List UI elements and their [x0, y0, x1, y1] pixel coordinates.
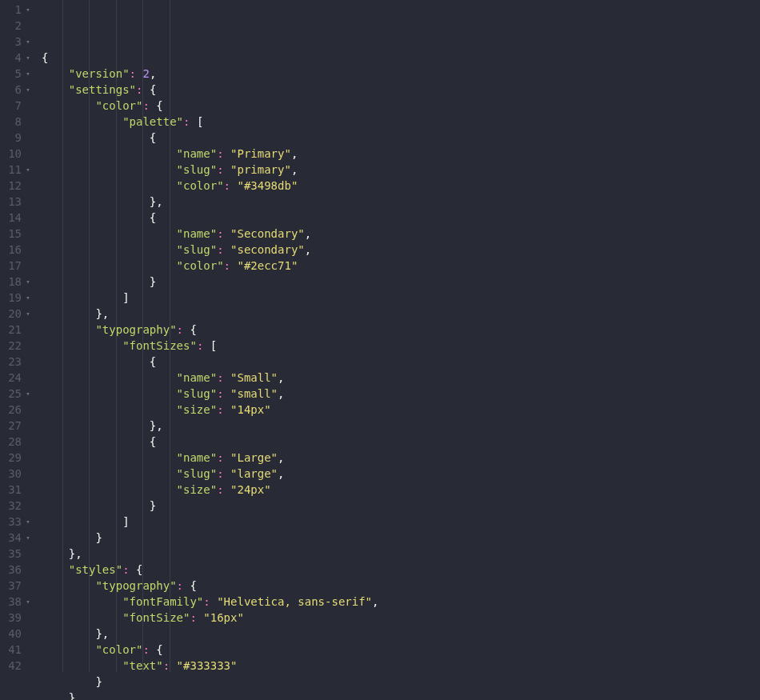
code-line[interactable]: }: [42, 690, 760, 700]
code-line[interactable]: "color": "#3498db": [42, 178, 760, 194]
fold-toggle-icon[interactable]: ▾: [24, 66, 32, 82]
code-line[interactable]: }: [42, 674, 760, 690]
fold-toggle-icon[interactable]: ▾: [24, 306, 32, 322]
gutter-line[interactable]: 36: [0, 562, 35, 578]
code-line[interactable]: ]: [42, 514, 760, 530]
code-line[interactable]: "name": "Secondary",: [42, 226, 760, 242]
gutter-line[interactable]: 10: [0, 146, 35, 162]
code-line[interactable]: "settings": {: [42, 82, 760, 98]
gutter-line[interactable]: 20▾: [0, 306, 35, 322]
fold-toggle-icon[interactable]: ▾: [24, 274, 32, 290]
gutter-line[interactable]: 25▾: [0, 386, 35, 402]
gutter-line[interactable]: 4▾: [0, 50, 35, 66]
gutter-line[interactable]: 35: [0, 546, 35, 562]
gutter-line[interactable]: 22: [0, 338, 35, 354]
gutter-line[interactable]: 42: [0, 658, 35, 674]
code-line[interactable]: },: [42, 306, 760, 322]
code-line[interactable]: },: [42, 194, 760, 210]
fold-toggle-icon[interactable]: ▾: [24, 2, 32, 18]
code-line[interactable]: {: [42, 210, 760, 226]
code-area[interactable]: { "version": 2, "settings": { "color": {…: [35, 0, 760, 700]
gutter-line[interactable]: 24: [0, 370, 35, 386]
gutter-line[interactable]: 37: [0, 578, 35, 594]
gutter-line[interactable]: 16: [0, 242, 35, 258]
code-line[interactable]: }: [42, 530, 760, 546]
code-line[interactable]: },: [42, 546, 760, 562]
code-line[interactable]: "slug": "primary",: [42, 162, 760, 178]
token-p: },: [95, 627, 109, 640]
fold-toggle-icon[interactable]: ▾: [24, 162, 32, 178]
gutter-line[interactable]: 28: [0, 434, 35, 450]
gutter-line[interactable]: 14: [0, 210, 35, 226]
gutter-line[interactable]: 13: [0, 194, 35, 210]
code-line[interactable]: "color": {: [42, 642, 760, 658]
gutter-line[interactable]: 8: [0, 114, 35, 130]
code-line[interactable]: "fontFamily": "Helvetica, sans-serif",: [42, 594, 760, 610]
fold-toggle-icon[interactable]: ▾: [24, 82, 32, 98]
gutter-line[interactable]: 39: [0, 610, 35, 626]
gutter-line[interactable]: 18▾: [0, 274, 35, 290]
code-line[interactable]: {: [42, 354, 760, 370]
gutter-line[interactable]: 9: [0, 130, 35, 146]
gutter-line[interactable]: 32: [0, 498, 35, 514]
gutter-line[interactable]: 12: [0, 178, 35, 194]
fold-toggle-icon[interactable]: ▾: [24, 290, 32, 306]
gutter-line[interactable]: 19▾: [0, 290, 35, 306]
fold-toggle-icon[interactable]: ▾: [24, 386, 32, 402]
gutter-line[interactable]: 11▾: [0, 162, 35, 178]
code-line[interactable]: "size": "24px": [42, 482, 760, 498]
code-line[interactable]: "slug": "secondary",: [42, 242, 760, 258]
gutter-line[interactable]: 33▾: [0, 514, 35, 530]
code-line[interactable]: }: [42, 274, 760, 290]
gutter-line[interactable]: 41: [0, 642, 35, 658]
gutter-line[interactable]: 6▾: [0, 82, 35, 98]
code-line[interactable]: "fontSizes": [: [42, 338, 760, 354]
gutter-line[interactable]: 5▾: [0, 66, 35, 82]
fold-toggle-icon[interactable]: ▾: [24, 594, 32, 610]
code-line[interactable]: "slug": "small",: [42, 386, 760, 402]
code-line[interactable]: "name": "Large",: [42, 450, 760, 466]
gutter-line[interactable]: 38▾: [0, 594, 35, 610]
code-line[interactable]: "typography": {: [42, 322, 760, 338]
code-line[interactable]: "typography": {: [42, 578, 760, 594]
code-editor[interactable]: 1▾23▾4▾5▾6▾7891011▾12131415161718▾19▾20▾…: [0, 0, 760, 700]
code-line[interactable]: "size": "14px": [42, 402, 760, 418]
gutter-line[interactable]: 27: [0, 418, 35, 434]
code-line[interactable]: {: [42, 434, 760, 450]
gutter-line[interactable]: 1▾: [0, 2, 35, 18]
gutter-line[interactable]: 15: [0, 226, 35, 242]
code-line[interactable]: },: [42, 626, 760, 642]
gutter-line[interactable]: 29: [0, 450, 35, 466]
code-line[interactable]: "version": 2,: [42, 66, 760, 82]
code-line[interactable]: "color": {: [42, 98, 760, 114]
fold-toggle-icon[interactable]: ▾: [24, 530, 32, 546]
gutter-line[interactable]: 21: [0, 322, 35, 338]
fold-toggle-icon[interactable]: ▾: [24, 50, 32, 66]
code-line[interactable]: "fontSize": "16px": [42, 610, 760, 626]
code-line[interactable]: "name": "Small",: [42, 370, 760, 386]
gutter-line[interactable]: 30: [0, 466, 35, 482]
gutter-line[interactable]: 23: [0, 354, 35, 370]
gutter-line[interactable]: 2: [0, 18, 35, 34]
code-line[interactable]: "name": "Primary",: [42, 146, 760, 162]
gutter-line[interactable]: 17: [0, 258, 35, 274]
code-line[interactable]: }: [42, 498, 760, 514]
code-line[interactable]: {: [42, 130, 760, 146]
code-line[interactable]: },: [42, 418, 760, 434]
code-line[interactable]: "styles": {: [42, 562, 760, 578]
gutter-line[interactable]: 31: [0, 482, 35, 498]
code-line[interactable]: "palette": [: [42, 114, 760, 130]
line-number-gutter[interactable]: 1▾23▾4▾5▾6▾7891011▾12131415161718▾19▾20▾…: [0, 0, 35, 700]
code-line[interactable]: {: [42, 50, 760, 66]
gutter-line[interactable]: 34▾: [0, 530, 35, 546]
code-line[interactable]: "color": "#2ecc71": [42, 258, 760, 274]
fold-toggle-icon[interactable]: ▾: [24, 514, 32, 530]
code-line[interactable]: "slug": "large",: [42, 466, 760, 482]
gutter-line[interactable]: 26: [0, 402, 35, 418]
gutter-line[interactable]: 7: [0, 98, 35, 114]
gutter-line[interactable]: 40: [0, 626, 35, 642]
code-line[interactable]: ]: [42, 290, 760, 306]
gutter-line[interactable]: 3▾: [0, 34, 35, 50]
code-line[interactable]: "text": "#333333": [42, 658, 760, 674]
fold-toggle-icon[interactable]: ▾: [24, 34, 32, 50]
